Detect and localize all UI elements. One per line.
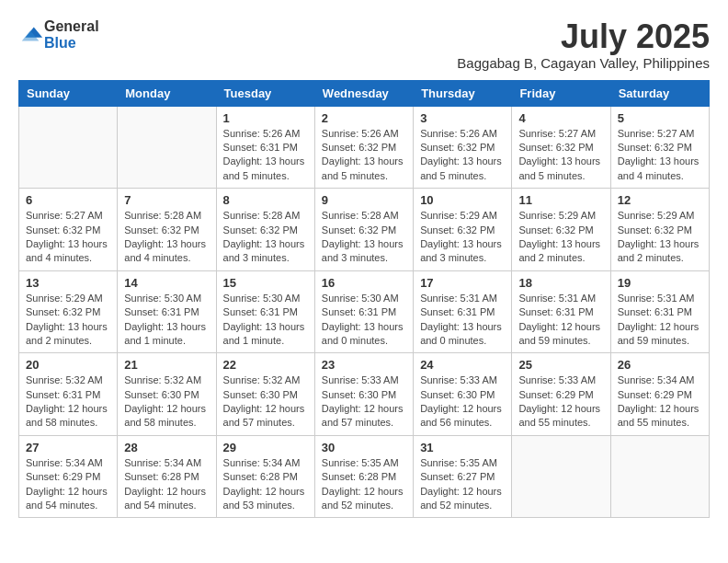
- calendar-cell: [118, 106, 216, 189]
- day-info: Sunrise: 5:32 AMSunset: 6:30 PMDaylight:…: [124, 373, 209, 431]
- day-info: Sunrise: 5:26 AMSunset: 6:32 PMDaylight:…: [322, 127, 406, 184]
- day-number: 6: [26, 193, 110, 207]
- day-number: 10: [420, 193, 505, 207]
- day-header-wednesday: Wednesday: [314, 80, 413, 106]
- calendar-cell: 19Sunrise: 5:31 AMSunset: 6:31 PMDayligh…: [610, 270, 709, 353]
- calendar-cell: 31Sunrise: 5:35 AMSunset: 6:27 PMDayligh…: [414, 435, 512, 518]
- day-info: Sunrise: 5:27 AMSunset: 6:32 PMDaylight:…: [618, 127, 702, 184]
- calendar-cell: 22Sunrise: 5:32 AMSunset: 6:30 PMDayligh…: [216, 353, 314, 436]
- day-number: 4: [518, 111, 603, 125]
- day-info: Sunrise: 5:33 AMSunset: 6:30 PMDaylight:…: [420, 373, 505, 431]
- day-number: 18: [518, 276, 603, 290]
- day-number: 8: [223, 193, 308, 207]
- day-info: Sunrise: 5:32 AMSunset: 6:31 PMDaylight:…: [26, 373, 110, 431]
- day-number: 24: [420, 358, 505, 372]
- day-info: Sunrise: 5:31 AMSunset: 6:31 PMDaylight:…: [618, 292, 702, 349]
- day-number: 23: [322, 358, 406, 372]
- calendar-cell: 27Sunrise: 5:34 AMSunset: 6:29 PMDayligh…: [19, 435, 118, 518]
- calendar-cell: 9Sunrise: 5:28 AMSunset: 6:32 PMDaylight…: [314, 189, 413, 271]
- day-info: Sunrise: 5:34 AMSunset: 6:29 PMDaylight:…: [26, 456, 110, 513]
- day-info: Sunrise: 5:33 AMSunset: 6:30 PMDaylight:…: [322, 373, 406, 431]
- calendar-cell: 20Sunrise: 5:32 AMSunset: 6:31 PMDayligh…: [19, 353, 118, 436]
- calendar-cell: 11Sunrise: 5:29 AMSunset: 6:32 PMDayligh…: [512, 189, 610, 271]
- day-number: 2: [322, 111, 406, 125]
- calendar-cell: 4Sunrise: 5:27 AMSunset: 6:32 PMDaylight…: [512, 106, 610, 189]
- day-info: Sunrise: 5:30 AMSunset: 6:31 PMDaylight:…: [322, 292, 406, 349]
- day-info: Sunrise: 5:34 AMSunset: 6:29 PMDaylight:…: [618, 373, 702, 431]
- day-header-saturday: Saturday: [610, 80, 709, 106]
- day-info: Sunrise: 5:29 AMSunset: 6:32 PMDaylight:…: [420, 209, 505, 266]
- day-header-monday: Monday: [118, 80, 216, 106]
- day-info: Sunrise: 5:28 AMSunset: 6:32 PMDaylight:…: [322, 209, 406, 266]
- day-number: 12: [618, 193, 702, 207]
- day-info: Sunrise: 5:30 AMSunset: 6:31 PMDaylight:…: [124, 292, 209, 349]
- calendar-cell: 21Sunrise: 5:32 AMSunset: 6:30 PMDayligh…: [118, 353, 216, 436]
- day-info: Sunrise: 5:26 AMSunset: 6:32 PMDaylight:…: [420, 127, 505, 184]
- day-header-tuesday: Tuesday: [216, 80, 314, 106]
- calendar-cell: [610, 435, 709, 518]
- calendar-cell: 8Sunrise: 5:28 AMSunset: 6:32 PMDaylight…: [216, 189, 314, 271]
- day-info: Sunrise: 5:33 AMSunset: 6:29 PMDaylight:…: [518, 373, 603, 431]
- logo-icon: [18, 22, 44, 48]
- calendar-cell: 10Sunrise: 5:29 AMSunset: 6:32 PMDayligh…: [414, 189, 512, 271]
- calendar-cell: 26Sunrise: 5:34 AMSunset: 6:29 PMDayligh…: [610, 353, 709, 436]
- calendar-cell: 5Sunrise: 5:27 AMSunset: 6:32 PMDaylight…: [610, 106, 709, 189]
- day-number: 30: [322, 441, 406, 454]
- calendar-cell: 7Sunrise: 5:28 AMSunset: 6:32 PMDaylight…: [118, 189, 216, 271]
- day-number: 21: [124, 358, 209, 372]
- day-number: 25: [518, 358, 603, 372]
- calendar-cell: 28Sunrise: 5:34 AMSunset: 6:28 PMDayligh…: [118, 435, 216, 518]
- day-number: 11: [518, 193, 603, 207]
- day-info: Sunrise: 5:29 AMSunset: 6:32 PMDaylight:…: [26, 292, 110, 349]
- calendar-cell: 2Sunrise: 5:26 AMSunset: 6:32 PMDaylight…: [314, 106, 413, 189]
- calendar-cell: 18Sunrise: 5:31 AMSunset: 6:31 PMDayligh…: [512, 270, 610, 353]
- day-info: Sunrise: 5:32 AMSunset: 6:30 PMDaylight:…: [223, 373, 308, 431]
- day-info: Sunrise: 5:34 AMSunset: 6:28 PMDaylight:…: [223, 456, 308, 513]
- day-info: Sunrise: 5:28 AMSunset: 6:32 PMDaylight:…: [124, 209, 209, 266]
- day-info: Sunrise: 5:29 AMSunset: 6:32 PMDaylight:…: [618, 209, 702, 266]
- day-header-sunday: Sunday: [19, 80, 118, 106]
- day-info: Sunrise: 5:27 AMSunset: 6:32 PMDaylight:…: [26, 209, 110, 266]
- calendar-cell: 30Sunrise: 5:35 AMSunset: 6:28 PMDayligh…: [314, 435, 413, 518]
- logo-general: General: [44, 18, 99, 35]
- day-info: Sunrise: 5:30 AMSunset: 6:31 PMDaylight:…: [223, 292, 308, 349]
- day-number: 13: [26, 276, 110, 290]
- day-number: 14: [124, 276, 209, 290]
- day-info: Sunrise: 5:26 AMSunset: 6:31 PMDaylight:…: [223, 127, 308, 184]
- day-info: Sunrise: 5:27 AMSunset: 6:32 PMDaylight:…: [518, 127, 603, 184]
- day-info: Sunrise: 5:31 AMSunset: 6:31 PMDaylight:…: [420, 292, 505, 349]
- calendar-cell: 24Sunrise: 5:33 AMSunset: 6:30 PMDayligh…: [414, 353, 512, 436]
- title-area: July 2025 Baggabag B, Cagayan Valley, Ph…: [457, 18, 710, 71]
- calendar-cell: 25Sunrise: 5:33 AMSunset: 6:29 PMDayligh…: [512, 353, 610, 436]
- day-info: Sunrise: 5:29 AMSunset: 6:32 PMDaylight:…: [518, 209, 603, 266]
- calendar-cell: 1Sunrise: 5:26 AMSunset: 6:31 PMDaylight…: [216, 106, 314, 189]
- logo-blue: Blue: [44, 35, 99, 52]
- calendar-cell: 13Sunrise: 5:29 AMSunset: 6:32 PMDayligh…: [19, 270, 118, 353]
- day-number: 31: [420, 441, 505, 454]
- day-number: 20: [26, 358, 110, 372]
- day-number: 1: [223, 111, 308, 125]
- calendar-cell: 14Sunrise: 5:30 AMSunset: 6:31 PMDayligh…: [118, 270, 216, 353]
- calendar-cell: 15Sunrise: 5:30 AMSunset: 6:31 PMDayligh…: [216, 270, 314, 353]
- day-number: 3: [420, 111, 505, 125]
- day-info: Sunrise: 5:35 AMSunset: 6:28 PMDaylight:…: [322, 456, 406, 513]
- day-info: Sunrise: 5:35 AMSunset: 6:27 PMDaylight:…: [420, 456, 505, 513]
- day-number: 9: [322, 193, 406, 207]
- day-number: 27: [26, 441, 110, 454]
- day-number: 16: [322, 276, 406, 290]
- day-number: 29: [223, 441, 308, 454]
- day-info: Sunrise: 5:28 AMSunset: 6:32 PMDaylight:…: [223, 209, 308, 266]
- day-number: 15: [223, 276, 308, 290]
- calendar-cell: 12Sunrise: 5:29 AMSunset: 6:32 PMDayligh…: [610, 189, 709, 271]
- day-info: Sunrise: 5:34 AMSunset: 6:28 PMDaylight:…: [124, 456, 209, 513]
- day-number: 5: [618, 111, 702, 125]
- month-title: July 2025: [457, 18, 710, 55]
- calendar-cell: 17Sunrise: 5:31 AMSunset: 6:31 PMDayligh…: [414, 270, 512, 353]
- calendar-cell: 3Sunrise: 5:26 AMSunset: 6:32 PMDaylight…: [414, 106, 512, 189]
- day-number: 7: [124, 193, 209, 207]
- calendar-cell: 6Sunrise: 5:27 AMSunset: 6:32 PMDaylight…: [19, 189, 118, 271]
- day-number: 26: [618, 358, 702, 372]
- calendar-cell: 29Sunrise: 5:34 AMSunset: 6:28 PMDayligh…: [216, 435, 314, 518]
- day-header-friday: Friday: [512, 80, 610, 106]
- day-info: Sunrise: 5:31 AMSunset: 6:31 PMDaylight:…: [518, 292, 603, 349]
